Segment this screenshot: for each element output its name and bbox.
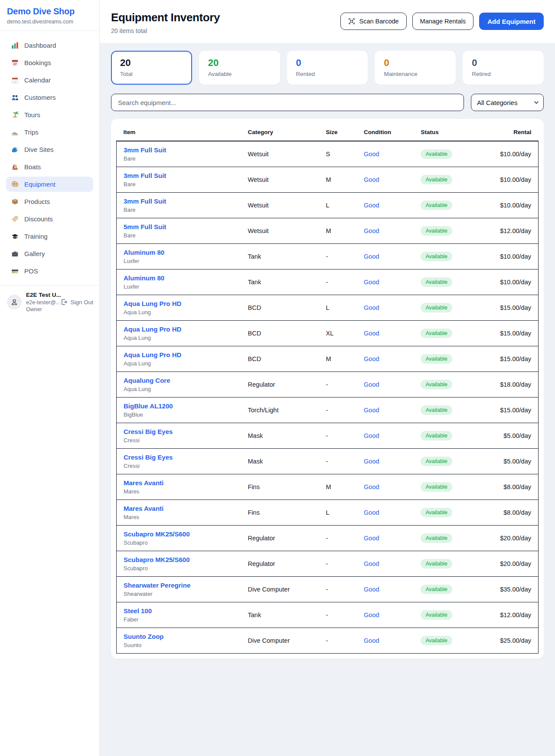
brand-name[interactable]: Demo Dive Shop — [7, 7, 92, 16]
item-name-link[interactable]: Mares Avanti — [124, 505, 234, 512]
condition-link[interactable]: Good — [364, 151, 407, 158]
sidebar-item-discounts[interactable]: Discounts — [6, 211, 93, 227]
item-brand: Bare — [124, 155, 234, 162]
condition-link[interactable]: Good — [364, 227, 407, 234]
stat-card-retired[interactable]: 0Retired — [463, 51, 544, 85]
category-cell: Regulator — [241, 372, 319, 398]
condition-link[interactable]: Good — [364, 483, 407, 490]
item-cell: Steel 100Faber — [117, 602, 241, 628]
item-name-link[interactable]: Shearwater Peregrine — [124, 582, 234, 589]
item-name-link[interactable]: Aqua Lung Pro HD — [124, 300, 234, 307]
condition-link[interactable]: Good — [364, 330, 407, 337]
condition-link[interactable]: Good — [364, 611, 407, 618]
condition-link[interactable]: Good — [364, 560, 407, 567]
item-name-link[interactable]: Aqua Lung Pro HD — [124, 351, 234, 358]
item-cell: 3mm Full SuitBare — [117, 193, 241, 218]
status-badge: Available — [421, 252, 452, 261]
condition-link[interactable]: Good — [364, 304, 407, 311]
stat-value: 20 — [208, 57, 271, 69]
item-name-link[interactable]: Cressi Big Eyes — [124, 454, 234, 461]
item-name-link[interactable]: Cressi Big Eyes — [124, 428, 234, 435]
item-name-link[interactable]: Steel 100 — [124, 607, 234, 615]
item-name-link[interactable]: 3mm Full Suit — [124, 197, 234, 205]
stat-label: Rented — [296, 71, 359, 77]
category-value: Wetsuit — [248, 202, 312, 209]
condition-link[interactable]: Good — [364, 355, 407, 362]
item-name-link[interactable]: Aqua Lung Pro HD — [124, 325, 234, 333]
stat-value: 0 — [472, 57, 535, 69]
rental-cell: $8.00/day — [490, 474, 539, 500]
status-cell: Available — [414, 628, 490, 654]
status-cell: Available — [414, 270, 490, 295]
condition-link[interactable]: Good — [364, 535, 407, 542]
item-name-link[interactable]: Scubapro MK25/S600 — [124, 556, 234, 563]
category-cell: Wetsuit — [241, 167, 319, 193]
stat-card-rented[interactable]: 0Rented — [287, 51, 368, 85]
sidebar-item-bookings[interactable]: 17Bookings — [6, 55, 93, 70]
status-badge: Available — [421, 636, 452, 645]
category-select[interactable]: All Categories — [471, 94, 544, 111]
condition-cell: Good — [357, 270, 414, 295]
item-brand: Shearwater — [124, 591, 234, 597]
sidebar-item-dashboard[interactable]: Dashboard — [6, 38, 93, 53]
sidebar-item-training[interactable]: Training — [6, 229, 93, 244]
stat-card-available[interactable]: 20Available — [199, 51, 280, 85]
sidebar-item-customers[interactable]: Customers — [6, 90, 93, 105]
sidebar-item-calendar[interactable]: Calendar — [6, 72, 93, 88]
condition-cell: Good — [357, 167, 414, 193]
item-name-link[interactable]: Suunto Zoop — [124, 633, 234, 640]
stat-card-maintenance[interactable]: 0Maintenance — [375, 51, 456, 85]
condition-link[interactable]: Good — [364, 253, 407, 260]
sidebar-item-pos[interactable]: POS — [6, 263, 93, 279]
main-area: Equipment Inventory 20 items total Scan … — [100, 0, 555, 676]
sidebar-item-tours[interactable]: Tours — [6, 107, 93, 122]
item-name-link[interactable]: Aluminum 80 — [124, 249, 234, 256]
condition-link[interactable]: Good — [364, 586, 407, 593]
sign-out-button[interactable]: Sign Out — [61, 299, 93, 306]
condition-link[interactable]: Good — [364, 637, 407, 644]
item-name-link[interactable]: 5mm Full Suit — [124, 223, 234, 230]
rental-cell: $10.00/day — [490, 167, 539, 193]
item-name-link[interactable]: 3mm Full Suit — [124, 146, 234, 154]
scan-barcode-button[interactable]: Scan Barcode — [340, 13, 406, 30]
manage-rentals-button[interactable]: Manage Rentals — [412, 13, 474, 30]
add-equipment-button[interactable]: Add Equipment — [479, 13, 544, 30]
item-name-link[interactable]: Aqualung Core — [124, 377, 234, 384]
item-name-link[interactable]: Aluminum 80 — [124, 274, 234, 282]
item-name-link[interactable]: Scubapro MK25/S600 — [124, 530, 234, 538]
item-brand: Aqua Lung — [124, 309, 234, 316]
status-cell: Available — [414, 500, 490, 526]
manage-rentals-label: Manage Rentals — [420, 18, 466, 25]
sidebar-item-dive-sites[interactable]: Dive Sites — [6, 142, 93, 157]
condition-link[interactable]: Good — [364, 279, 407, 286]
category-value: Dive Computer — [248, 586, 312, 593]
pos-icon — [11, 267, 19, 275]
condition-link[interactable]: Good — [364, 381, 407, 388]
condition-link[interactable]: Good — [364, 407, 407, 414]
condition-link[interactable]: Good — [364, 202, 407, 209]
sidebar-item-boats[interactable]: Boats — [6, 159, 93, 174]
size-cell: XL — [319, 321, 357, 346]
condition-cell: Good — [357, 526, 414, 551]
item-brand: Cressi — [124, 463, 234, 469]
item-name-link[interactable]: Mares Avanti — [124, 479, 234, 486]
table-row: Steel 100FaberTank-GoodAvailable$12.00/d… — [117, 602, 539, 628]
sidebar-item-gallery[interactable]: Gallery — [6, 246, 93, 261]
condition-link[interactable]: Good — [364, 458, 407, 465]
size-value: M — [326, 483, 350, 490]
item-brand: BigBlue — [124, 411, 234, 418]
sidebar-item-trips[interactable]: Trips — [6, 125, 93, 140]
condition-link[interactable]: Good — [364, 176, 407, 183]
rental-cell: $5.00/day — [490, 423, 539, 449]
sidebar-item-products[interactable]: Products — [6, 194, 93, 209]
rental-cell: $20.00/day — [490, 526, 539, 551]
condition-link[interactable]: Good — [364, 432, 407, 439]
column-header-status: Status — [414, 122, 490, 141]
item-name-link[interactable]: BigBlue AL1200 — [124, 402, 234, 410]
condition-link[interactable]: Good — [364, 509, 407, 516]
stat-card-total[interactable]: 20Total — [111, 51, 192, 85]
search-input[interactable] — [111, 94, 464, 111]
sidebar-item-equipment[interactable]: Equipment — [6, 177, 93, 192]
sidebar-item-label: Tours — [24, 111, 40, 118]
item-name-link[interactable]: 3mm Full Suit — [124, 172, 234, 179]
